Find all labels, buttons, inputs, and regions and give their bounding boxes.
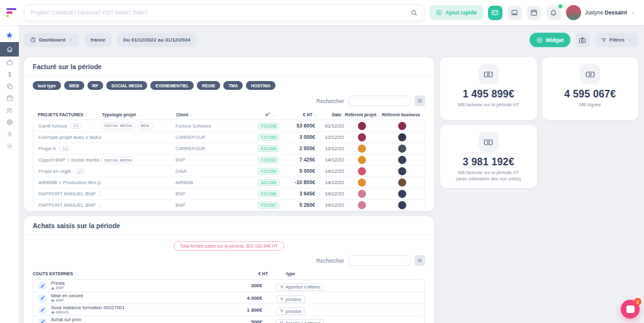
sidebar-item-projects[interactable] <box>0 57 19 68</box>
sidebar-item-network[interactable] <box>0 116 19 128</box>
date-range-chip[interactable]: Du 01/12/2022 au 31/12/2024 <box>117 33 197 47</box>
filters-dropdown[interactable]: Filtres <box>595 33 638 47</box>
col-type[interactable]: type <box>286 271 295 276</box>
plus-circle-icon <box>436 9 442 16</box>
kpi-value: 1 495 899€ <box>463 89 514 100</box>
quick-add-button[interactable]: Ajout rapide <box>430 5 483 20</box>
cost-type-chip[interactable]: Apporteur d affaires <box>276 319 324 323</box>
sidebar-item-favorites[interactable] <box>0 30 19 40</box>
type-chip-evenementiel[interactable]: EVENEMENTIEL <box>150 81 194 90</box>
type-chip-hosting[interactable]: HOSTING <box>246 81 275 90</box>
global-search-input[interactable] <box>31 9 411 16</box>
invoice-number-chip[interactable]: F221959 <box>258 168 280 175</box>
dashboard-selector[interactable]: Dashboard <box>24 33 79 47</box>
invoiced-search-input[interactable] <box>348 96 411 106</box>
type-chip-rp[interactable]: RP <box>87 81 103 90</box>
table-row[interactable]: Opport BNP > social media annuel1/2 SOCI… <box>33 154 425 165</box>
app-logo[interactable] <box>6 8 19 18</box>
notifications-button[interactable] <box>547 6 561 20</box>
col-ref-business[interactable]: Référent business <box>382 112 420 117</box>
cost-type-chip[interactable]: provision <box>276 295 305 303</box>
table-row[interactable]: Projet K1/3 CARREFOUR F221968 2 500€ 12/… <box>33 143 425 154</box>
table-row[interactable]: Gantt furious2/2 SOCIAL MEDIAWEB Furious… <box>33 120 425 131</box>
screenshot-button[interactable] <box>575 33 590 47</box>
sort-icon[interactable]: ↑↓ <box>377 113 379 117</box>
sidebar-item-contacts[interactable] <box>0 104 19 116</box>
invoice-number-chip[interactable]: A221960 <box>257 179 279 186</box>
col-amount[interactable]: € HT <box>303 112 313 117</box>
col-date[interactable]: Date <box>332 112 341 117</box>
ref-project-avatar <box>358 156 366 164</box>
type-chip-tma[interactable]: TMA <box>223 81 243 90</box>
sort-icon[interactable]: ↑↓ <box>283 272 285 276</box>
table-row[interactable]: Sous traitance formation ISO27001 BRAVO … <box>33 304 425 315</box>
sort-icon[interactable]: ↑↓ <box>84 112 86 116</box>
sort-icon[interactable]: ↑↓ <box>74 272 76 276</box>
table-row[interactable]: Mise en oeuvre BNP 4 000€ provision <box>33 292 425 304</box>
table-row[interactable]: Exemple projet avec x factures1/3 CARREF… <box>33 131 425 143</box>
search-icon[interactable] <box>411 9 418 16</box>
col-external-costs[interactable]: COUTS EXTERNES <box>33 271 73 276</box>
sidebar-item-profile[interactable] <box>0 128 19 140</box>
sidebar-item-finance[interactable] <box>0 68 19 80</box>
invoice-amount: 3 945€ <box>285 191 315 197</box>
table-menu-button[interactable] <box>414 96 425 106</box>
purchases-search-row: Rechercher <box>24 253 434 269</box>
mini-briefcase-icon <box>51 287 55 290</box>
sort-icon[interactable]: ↑↓ <box>421 113 423 117</box>
type-chip-social-media[interactable]: SOCIAL MEDIA <box>106 81 147 90</box>
user-menu[interactable]: Justyne Dessaint <box>566 5 635 20</box>
table-row[interactable]: Achat sur prov BNP 500€ Apporteur d affa… <box>33 315 425 323</box>
user-name: Justyne Dessaint <box>585 9 627 16</box>
search-label: Rechercher <box>316 98 344 104</box>
invoice-number-chip[interactable]: F221967 <box>258 202 280 209</box>
invoice-number-chip[interactable]: F221968 <box>258 145 280 152</box>
type-chip-web[interactable]: WEB <box>64 81 84 90</box>
edit-button[interactable] <box>38 294 47 302</box>
star-icon <box>6 31 13 39</box>
ref-project-avatar <box>358 145 366 153</box>
col-projects[interactable]: PROJETS FACTURES <box>38 112 83 117</box>
dashboard-grid-icon <box>30 37 36 43</box>
table-row[interactable]: RAPPORT ANNUEL BNP2/5 BNP F221967 5 260€… <box>33 199 425 211</box>
col-ref-project[interactable]: Référent projet <box>345 112 377 117</box>
sidebar-item-dashboard[interactable] <box>0 42 19 57</box>
edit-button[interactable] <box>38 318 47 323</box>
edit-button[interactable] <box>38 282 47 290</box>
sidebar-item-settings[interactable] <box>0 140 19 152</box>
col-number[interactable]: n° <box>265 112 270 117</box>
banknote-icon <box>479 132 499 152</box>
cost-name: Achat sur prov <box>51 317 187 322</box>
chat-button[interactable]: 1 <box>621 300 640 319</box>
invoice-number-chip[interactable]: F221962 <box>258 156 280 163</box>
edit-button[interactable] <box>38 306 47 314</box>
cost-type-chip[interactable]: provision <box>276 307 305 315</box>
sort-icon[interactable]: ↑↓ <box>189 113 191 117</box>
invoice-number-chip[interactable]: F221963 <box>258 134 280 141</box>
purchases-search-input[interactable] <box>348 255 411 266</box>
type-chip-all[interactable]: tout type <box>33 81 61 90</box>
project-name: Opport BNP > social media annuel <box>38 157 101 163</box>
calendar-button[interactable] <box>527 6 541 20</box>
col-client[interactable]: Client <box>176 112 188 117</box>
col-amount[interactable]: € HT <box>258 271 268 276</box>
add-widget-button[interactable]: Widget <box>530 33 570 47</box>
invoice-number-chip[interactable]: F221966 <box>258 190 280 197</box>
col-typology[interactable]: Typologie projet <box>102 112 136 117</box>
table-row[interactable]: AIRBNB > Production film (corporate...) … <box>33 177 425 188</box>
sidebar-item-inbox[interactable] <box>0 92 19 104</box>
table-row[interactable]: RAPPORT ANNUEL BNP1/5 BNP F221966 3 945€… <box>33 188 425 199</box>
workstation-button[interactable] <box>508 6 522 20</box>
type-chip-regie[interactable]: REGIE <box>197 81 220 90</box>
crm-card-button[interactable] <box>488 6 502 20</box>
table-row[interactable]: Projet en régie1/1 DAIA F221959 5 000€ 1… <box>33 165 425 177</box>
sort-icon[interactable]: ↑↓ <box>137 113 139 117</box>
cost-type-chip[interactable]: Apporteur d affaires <box>276 283 324 291</box>
table-menu-button[interactable] <box>414 255 425 266</box>
bell-icon <box>550 9 557 16</box>
invoice-number-chip[interactable]: F221958 <box>258 123 280 129</box>
sidebar-item-documents[interactable] <box>0 80 19 92</box>
table-row[interactable]: Presta BNP 300€ Apporteur d affaires <box>33 280 425 292</box>
scope-filter-chip[interactable]: france <box>84 33 112 47</box>
sort-icon[interactable]: ↑↓ <box>271 113 273 117</box>
